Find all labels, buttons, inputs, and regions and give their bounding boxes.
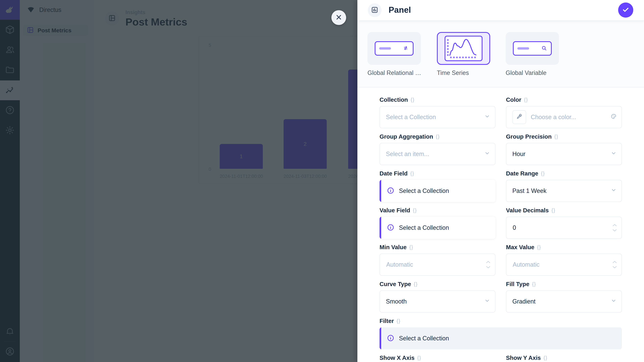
date-range-value: Past 1 Week xyxy=(512,187,546,194)
date-field-notice[interactable]: Select a Collection xyxy=(380,180,496,202)
close-icon xyxy=(335,13,342,22)
color-input[interactable] xyxy=(506,106,622,128)
field-label-date-field: Date Field xyxy=(380,170,408,177)
group-aggregation-placeholder: Select an item... xyxy=(386,150,429,158)
field-label-collection: Collection xyxy=(380,96,408,103)
screen: Directus Post Metrics Insights Pos xyxy=(0,0,644,362)
drawer-header: Panel xyxy=(358,0,644,21)
number-stepper[interactable] xyxy=(486,260,491,269)
stepper-up-icon xyxy=(612,224,617,227)
stepper-up-icon xyxy=(612,260,617,264)
field-label-fill-type: Fill Type xyxy=(506,281,529,287)
group-precision-value: Hour xyxy=(512,150,526,158)
field-label-value-decimals: Value Decimals xyxy=(506,207,549,214)
raw-value-icon[interactable]: {} xyxy=(544,355,548,361)
raw-value-icon[interactable]: {} xyxy=(413,207,417,213)
type-card-time-series[interactable] xyxy=(437,32,490,65)
time-series-chart-icon xyxy=(444,36,482,61)
field-label-group-precision: Group Precision xyxy=(506,133,552,140)
raw-value-icon[interactable]: {} xyxy=(414,281,418,287)
field-label-min-value: Min Value xyxy=(380,244,406,251)
variable-input-graphic xyxy=(513,41,552,56)
panel-type-picker: Global Relational Varia... xyxy=(358,20,644,87)
group-precision-select[interactable]: Hour xyxy=(506,143,622,165)
check-icon xyxy=(622,6,630,14)
raw-value-icon[interactable]: {} xyxy=(410,97,414,103)
field-label-show-x-axis: Show X Axis xyxy=(380,355,414,361)
raw-value-icon[interactable]: {} xyxy=(541,171,545,176)
field-label-show-y-axis: Show Y Axis xyxy=(506,355,541,361)
magnifier-icon xyxy=(541,45,547,52)
group-aggregation-select[interactable]: Select an item... xyxy=(380,143,496,165)
eyedropper-button[interactable] xyxy=(512,110,526,124)
field-label-max-value: Max Value xyxy=(506,244,534,251)
fill-type-value: Gradient xyxy=(512,298,536,305)
stepper-down-icon xyxy=(612,266,617,269)
value-decimals-input[interactable] xyxy=(506,217,622,239)
chevron-down-icon xyxy=(611,298,616,305)
value-field-notice[interactable]: Select a Collection xyxy=(380,217,496,239)
field-label-color: Color xyxy=(506,96,521,103)
raw-value-icon[interactable]: {} xyxy=(410,171,414,176)
chevron-down-icon xyxy=(611,187,616,195)
filter-notice-text: Select a Collection xyxy=(399,335,449,342)
type-card-global-relational-variable[interactable] xyxy=(368,32,421,65)
stepper-down-icon xyxy=(612,229,617,232)
stepper-up-icon xyxy=(486,260,491,264)
raw-value-icon[interactable]: {} xyxy=(552,207,556,213)
panel-options-form: Collection{} Select a Collection Color{} xyxy=(380,87,622,362)
max-value-value[interactable] xyxy=(512,261,616,268)
field-label-value-field: Value Field xyxy=(380,207,410,214)
raw-value-icon[interactable]: {} xyxy=(537,244,541,250)
type-card-label: Global Relational Varia... xyxy=(368,69,423,76)
min-value-value[interactable] xyxy=(386,261,489,268)
curve-type-select[interactable]: Smooth xyxy=(380,291,496,313)
bar-chart-box-icon xyxy=(371,6,378,14)
info-icon xyxy=(387,187,394,195)
variable-input-graphic xyxy=(375,41,414,56)
chevron-down-icon xyxy=(484,114,490,121)
raw-value-icon[interactable]: {} xyxy=(397,318,401,324)
number-stepper[interactable] xyxy=(612,224,617,232)
close-drawer-button[interactable] xyxy=(332,10,346,25)
palette-icon[interactable] xyxy=(611,114,616,121)
input-pill xyxy=(379,47,391,50)
raw-value-icon[interactable]: {} xyxy=(436,134,440,139)
type-card-global-variable[interactable] xyxy=(506,32,559,65)
fill-type-select[interactable]: Gradient xyxy=(506,291,622,313)
chevron-down-icon xyxy=(611,150,616,158)
value-decimals-value[interactable] xyxy=(512,224,616,231)
chevron-down-icon xyxy=(484,298,490,305)
number-stepper[interactable] xyxy=(612,260,617,269)
type-card-label: Time Series xyxy=(437,69,469,76)
filter-notice[interactable]: Select a Collection xyxy=(380,327,622,350)
chevron-down-icon xyxy=(484,150,490,158)
date-field-notice-text: Select a Collection xyxy=(399,187,449,194)
color-value-input[interactable] xyxy=(530,113,616,121)
field-label-date-range: Date Range xyxy=(506,170,538,177)
info-icon xyxy=(387,334,394,343)
swap-arrows-icon xyxy=(402,45,409,52)
drawer-title: Panel xyxy=(388,5,411,15)
collection-select[interactable]: Select a Collection xyxy=(380,106,496,128)
date-range-select[interactable]: Past 1 Week xyxy=(506,180,622,202)
value-field-notice-text: Select a Collection xyxy=(399,224,449,231)
stepper-down-icon xyxy=(486,266,491,269)
raw-value-icon[interactable]: {} xyxy=(417,355,421,361)
panel-drawer: Panel Global Relational Varia... xyxy=(358,0,644,362)
field-label-filter: Filter xyxy=(380,318,394,324)
field-label-curve-type: Curve Type xyxy=(380,281,411,287)
min-value-input[interactable] xyxy=(380,254,496,276)
raw-value-icon[interactable]: {} xyxy=(554,134,558,139)
curve-type-value: Smooth xyxy=(386,298,407,305)
raw-value-icon[interactable]: {} xyxy=(524,97,528,103)
raw-value-icon[interactable]: {} xyxy=(409,244,413,250)
eyedropper-icon xyxy=(516,113,522,121)
max-value-input[interactable] xyxy=(506,254,622,276)
raw-value-icon[interactable]: {} xyxy=(532,281,536,287)
save-panel-button[interactable] xyxy=(618,2,633,17)
info-icon xyxy=(387,224,394,232)
collection-placeholder: Select a Collection xyxy=(386,114,436,121)
input-pill xyxy=(518,47,529,50)
field-label-group-aggregation: Group Aggregation xyxy=(380,133,433,140)
